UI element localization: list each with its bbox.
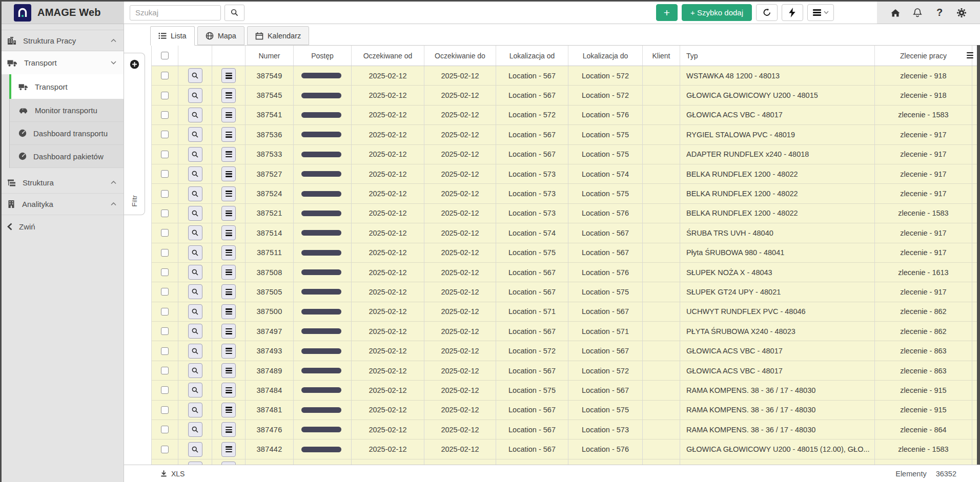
row-checkbox[interactable]: [161, 131, 169, 138]
export-xls-button[interactable]: XLS: [160, 470, 185, 478]
row-preview-button[interactable]: [188, 304, 202, 319]
row-preview-button[interactable]: [188, 245, 202, 260]
row-preview-button[interactable]: [188, 363, 202, 378]
row-checkbox[interactable]: [161, 111, 169, 119]
row-menu-button[interactable]: [221, 147, 236, 162]
row-menu-button[interactable]: [221, 324, 236, 339]
refresh-button[interactable]: [756, 4, 778, 21]
add-filter-icon[interactable]: [130, 59, 139, 69]
row-menu-button[interactable]: [221, 88, 236, 103]
row-menu-button[interactable]: [221, 284, 236, 299]
row-preview-button[interactable]: [188, 88, 202, 103]
header-numer[interactable]: Numer: [246, 46, 294, 66]
row-menu-button[interactable]: [221, 68, 236, 83]
table-row[interactable]: 3874812025-02-122025-02-12Location - 567…: [152, 401, 980, 420]
filter-panel-toggle[interactable]: Filtr: [124, 53, 145, 215]
row-checkbox[interactable]: [161, 406, 169, 414]
settings-gear-icon[interactable]: [955, 7, 968, 19]
table-row[interactable]: 3875002025-02-122025-02-12Location - 571…: [152, 302, 980, 322]
sidebar-item-dashboard-transportu[interactable]: Dashboard transportu: [10, 122, 124, 145]
sidebar-item-monitor-transportu[interactable]: Monitor transportu: [10, 99, 124, 122]
row-checkbox[interactable]: [161, 151, 169, 158]
row-menu-button[interactable]: [221, 225, 236, 240]
search-button[interactable]: [224, 5, 244, 21]
header-klient[interactable]: Klient: [643, 46, 680, 66]
table-row[interactable]: 3875492025-02-122025-02-12Location - 567…: [152, 66, 980, 86]
quick-add-button[interactable]: + Szybko dodaj: [682, 4, 752, 21]
table-row[interactable]: 3874892025-02-122025-02-12Location - 567…: [152, 361, 980, 381]
row-menu-button[interactable]: [221, 344, 236, 359]
table-row[interactable]: 3874932025-02-122025-02-12Location - 572…: [152, 341, 980, 361]
row-preview-button[interactable]: [188, 108, 202, 122]
sidebar-item-struktura[interactable]: Struktura: [2, 172, 124, 194]
table-row[interactable]: 3875362025-02-122025-02-12Location - 567…: [152, 125, 980, 144]
table-row[interactable]: 3875242025-02-122025-02-12Location - 573…: [152, 184, 980, 203]
row-menu-button[interactable]: [221, 403, 236, 417]
row-checkbox[interactable]: [161, 229, 169, 237]
row-checkbox[interactable]: [161, 190, 169, 198]
row-menu-button[interactable]: [221, 442, 236, 457]
row-menu-button[interactable]: [221, 383, 236, 397]
table-scrollbar[interactable]: [977, 45, 980, 465]
row-preview-button[interactable]: [188, 442, 202, 457]
table-row[interactable]: 3875332025-02-122025-02-12Location - 567…: [152, 145, 980, 164]
row-checkbox[interactable]: [161, 327, 169, 335]
row-checkbox[interactable]: [161, 249, 169, 257]
table-row[interactable]: 3874422025-02-122025-02-12Location - 567…: [152, 439, 980, 459]
row-menu-button[interactable]: [221, 206, 236, 221]
table-row[interactable]: 3874382025-02-122025-02-12Location - 574…: [152, 459, 980, 465]
row-menu-button[interactable]: [221, 186, 236, 201]
select-all-checkbox[interactable]: [161, 52, 169, 59]
sidebar-item-dashboard-pakietow[interactable]: Dashboard pakietów: [10, 145, 124, 168]
row-checkbox[interactable]: [161, 209, 169, 217]
table-row[interactable]: 3875082025-02-122025-02-12Location - 567…: [152, 263, 980, 282]
row-preview-button[interactable]: [188, 225, 202, 240]
tab-lista[interactable]: Lista: [150, 26, 195, 46]
sidebar-item-analityka[interactable]: Analityka: [2, 194, 124, 215]
row-menu-button[interactable]: [221, 108, 236, 122]
header-typ[interactable]: Typ: [680, 46, 875, 66]
row-menu-button[interactable]: [221, 422, 236, 437]
row-preview-button[interactable]: [188, 68, 202, 83]
row-checkbox[interactable]: [161, 170, 169, 178]
table-row[interactable]: 3875142025-02-122025-02-12Location - 574…: [152, 223, 980, 243]
table-row[interactable]: 3875412025-02-122025-02-12Location - 572…: [152, 106, 980, 125]
row-checkbox[interactable]: [161, 347, 169, 355]
header-oczekiwanie-do[interactable]: Oczekiwanie do: [424, 46, 496, 66]
row-checkbox[interactable]: [161, 308, 169, 316]
row-checkbox[interactable]: [161, 268, 169, 276]
add-button[interactable]: +: [656, 4, 678, 21]
sidebar-item-transport-group[interactable]: Transport: [2, 51, 124, 74]
home-icon[interactable]: [889, 7, 902, 19]
row-preview-button[interactable]: [188, 166, 202, 181]
row-checkbox[interactable]: [161, 92, 169, 99]
row-preview-button[interactable]: [188, 383, 202, 397]
row-menu-button[interactable]: [221, 166, 236, 181]
row-menu-button[interactable]: [221, 265, 236, 280]
main-menu-button[interactable]: [807, 4, 834, 21]
row-preview-button[interactable]: [188, 147, 202, 162]
row-menu-button[interactable]: [221, 363, 236, 378]
notifications-bell-icon[interactable]: [911, 7, 924, 19]
table-row[interactable]: 3875212025-02-122025-02-12Location - 573…: [152, 204, 980, 223]
table-row[interactable]: 3875112025-02-122025-02-12Location - 575…: [152, 243, 980, 263]
row-preview-button[interactable]: [188, 186, 202, 201]
row-checkbox[interactable]: [161, 386, 169, 394]
row-menu-button[interactable]: [221, 304, 236, 319]
row-checkbox[interactable]: [161, 426, 169, 433]
sidebar-collapse-button[interactable]: Zwiń: [2, 215, 124, 238]
table-row[interactable]: 3875272025-02-122025-02-12Location - 573…: [152, 164, 980, 184]
search-input[interactable]: [130, 5, 221, 20]
row-preview-button[interactable]: [188, 127, 202, 142]
row-menu-button[interactable]: [221, 127, 236, 142]
table-row[interactable]: 3875052025-02-122025-02-12Location - 567…: [152, 282, 980, 302]
table-row[interactable]: 3875452025-02-122025-02-12Location - 567…: [152, 86, 980, 105]
table-row[interactable]: 3874842025-02-122025-02-12Location - 575…: [152, 381, 980, 400]
table-row[interactable]: 3874762025-02-122025-02-12Location - 567…: [152, 420, 980, 439]
header-lokalizacja-do[interactable]: Lokalizacja do: [568, 46, 643, 66]
row-preview-button[interactable]: [188, 284, 202, 299]
row-checkbox[interactable]: [161, 288, 169, 296]
column-settings-button[interactable]: [964, 50, 975, 61]
row-checkbox[interactable]: [161, 446, 169, 453]
header-zlecenie-pracy[interactable]: Zlecenie pracy: [875, 46, 972, 66]
